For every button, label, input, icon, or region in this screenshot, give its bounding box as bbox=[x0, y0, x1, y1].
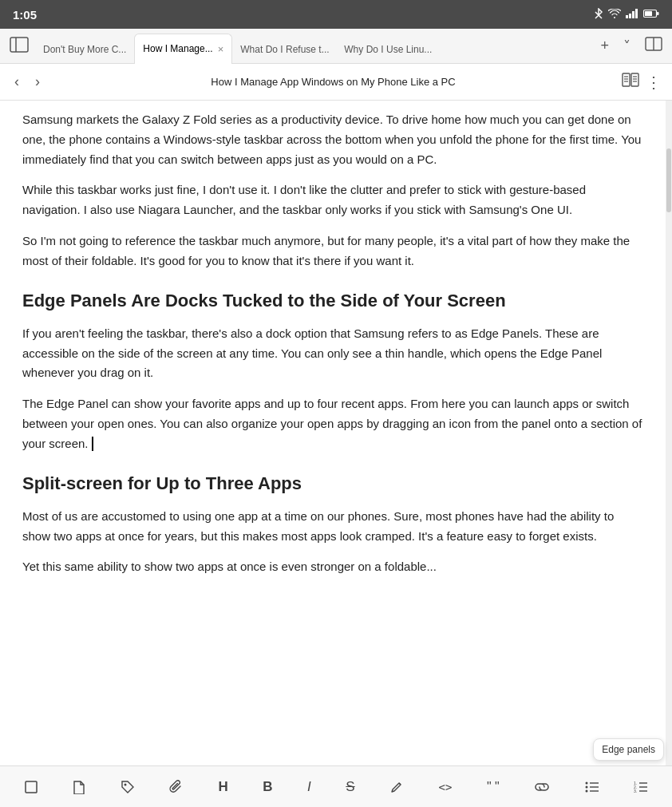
format-pen-button[interactable] bbox=[385, 775, 409, 799]
svg-rect-7 bbox=[10, 38, 28, 52]
paragraph-4: If you aren't feeling the taskbar, there… bbox=[22, 324, 643, 383]
format-code-button[interactable]: <> bbox=[434, 776, 457, 798]
bluetooth-icon bbox=[594, 8, 603, 22]
wifi-icon bbox=[608, 9, 621, 21]
status-icons bbox=[594, 8, 659, 22]
content-area: Samsung markets the Galaxy Z Fold series… bbox=[0, 101, 672, 765]
article-content: Samsung markets the Galaxy Z Fold series… bbox=[0, 101, 666, 765]
text-cursor bbox=[92, 437, 93, 451]
tab-why-linux[interactable]: Why Do I Use Linu... bbox=[336, 35, 440, 64]
format-brackets-button[interactable] bbox=[19, 775, 43, 799]
format-italic-button[interactable]: I bbox=[302, 774, 316, 800]
format-attachment-button[interactable] bbox=[164, 775, 188, 799]
svg-rect-6 bbox=[645, 11, 652, 16]
tab-dont-buy[interactable]: Don't Buy More C... bbox=[35, 35, 134, 64]
svg-text:3.: 3. bbox=[634, 789, 637, 793]
paragraph-5: The Edge Panel can show your favorite ap… bbox=[22, 394, 643, 453]
paragraph-3: So I'm not going to reference the taskba… bbox=[22, 231, 643, 271]
signal-icon bbox=[626, 9, 638, 21]
svg-rect-3 bbox=[635, 9, 638, 18]
svg-rect-19 bbox=[26, 781, 37, 793]
heading-split-screen: Split-screen for Up to Three Apps bbox=[22, 473, 643, 496]
format-link-button[interactable] bbox=[529, 777, 555, 797]
svg-rect-1 bbox=[629, 14, 631, 18]
status-time: 1:05 bbox=[13, 8, 37, 22]
svg-rect-12 bbox=[631, 73, 638, 86]
paragraph-2: While this taskbar works just fine, I do… bbox=[22, 180, 643, 220]
split-view-button[interactable] bbox=[638, 34, 669, 58]
paragraph-7-partial: Yet this same ability to show two apps a… bbox=[22, 557, 643, 577]
tab-what-do-i-refuse[interactable]: What Do I Refuse t... bbox=[232, 35, 336, 64]
format-quote-button[interactable]: " " bbox=[482, 775, 504, 799]
svg-point-20 bbox=[124, 783, 126, 785]
scrollbar-thumb[interactable] bbox=[666, 148, 671, 212]
svg-rect-11 bbox=[623, 73, 630, 86]
svg-point-22 bbox=[585, 785, 587, 788]
format-document-button[interactable] bbox=[68, 775, 90, 799]
svg-point-23 bbox=[585, 789, 587, 792]
edge-panels-label: Edge panels bbox=[593, 738, 664, 761]
bottom-toolbar: H B I S <> " " 1. 2. bbox=[0, 765, 672, 807]
svg-rect-2 bbox=[632, 11, 634, 18]
svg-rect-0 bbox=[626, 15, 628, 18]
format-list-unordered-button[interactable] bbox=[580, 776, 604, 798]
format-heading-button[interactable]: H bbox=[214, 774, 233, 800]
format-tag-button[interactable] bbox=[116, 775, 140, 799]
new-tab-button[interactable]: + bbox=[594, 34, 615, 57]
heading-edge-panels: Edge Panels Are Docks Tucked to the Side… bbox=[22, 290, 643, 313]
tab-bar: Don't Buy More C... How I Manage... × Wh… bbox=[0, 29, 672, 64]
close-tab-button[interactable]: × bbox=[218, 43, 224, 55]
svg-point-21 bbox=[585, 781, 587, 784]
format-list-ordered-button[interactable]: 1. 2. 3. bbox=[629, 776, 653, 798]
format-bold-button[interactable]: B bbox=[258, 774, 277, 800]
url-bar[interactable]: How I Manage App Windows on My Phone Lik… bbox=[51, 73, 615, 91]
intro-paragraph: Samsung markets the Galaxy Z Fold series… bbox=[22, 110, 643, 169]
tab-how-i-manage[interactable]: How I Manage... × bbox=[134, 34, 232, 64]
format-strikethrough-button[interactable]: S bbox=[341, 774, 359, 800]
tab-list-button[interactable]: ˅ bbox=[617, 34, 637, 58]
sidebar-toggle-button[interactable] bbox=[3, 32, 35, 61]
svg-rect-5 bbox=[657, 12, 659, 15]
reader-mode-icon[interactable] bbox=[622, 73, 639, 91]
paragraph-6: Most of us are accustomed to using one a… bbox=[22, 507, 643, 547]
address-bar: ‹ › How I Manage App Windows on My Phone… bbox=[0, 64, 672, 101]
back-button[interactable]: ‹ bbox=[10, 72, 24, 92]
more-options-icon[interactable]: ⋮ bbox=[646, 73, 662, 92]
battery-icon bbox=[643, 9, 659, 21]
address-bar-actions: ⋮ bbox=[622, 73, 662, 92]
status-bar: 1:05 bbox=[0, 0, 672, 29]
scrollbar[interactable] bbox=[666, 101, 672, 765]
forward-button[interactable]: › bbox=[30, 72, 45, 92]
tab-actions: + ˅ bbox=[594, 34, 669, 58]
tab-bar-left: Don't Buy More C... How I Manage... × Wh… bbox=[3, 29, 440, 64]
